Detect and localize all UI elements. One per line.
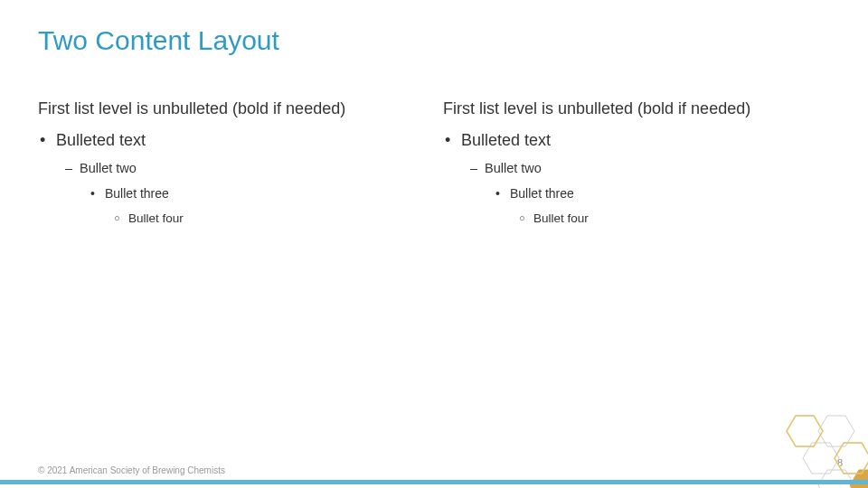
slide: Two Content Layout First list level is u… [0,0,868,488]
page-number: 8 [837,457,843,468]
svg-marker-1 [818,416,854,446]
hexagon-decoration [741,398,868,488]
bullet-level-3: Bullet three [495,186,830,201]
copyright-org: American Society of Brewing Chemists [70,465,225,475]
svg-marker-5 [850,470,868,488]
svg-marker-4 [818,470,854,488]
content-columns: First list level is unbulleted (bold if … [38,99,830,236]
slide-title: Two Content Layout [38,25,279,56]
copyright-year: © 2021 [38,465,67,475]
bullet-level-4: Bullet four [519,211,830,225]
bullet-level-1: Bulleted text [445,131,830,150]
accent-bar [0,480,868,484]
bullet-level-1: Bulleted text [40,131,425,150]
bullet-level-2: Bullet two [470,161,830,175]
bullet-level-0: First list level is unbulleted (bold if … [443,99,830,118]
svg-marker-6 [787,416,823,446]
left-column: First list level is unbulleted (bold if … [38,99,425,236]
bullet-level-4: Bullet four [114,211,425,225]
bullet-level-2: Bullet two [65,161,425,175]
bullet-level-0: First list level is unbulleted (bold if … [38,99,425,118]
footer: © 2021 American Society of Brewing Chemi… [38,465,225,475]
bullet-level-3: Bullet three [90,186,425,201]
right-column: First list level is unbulleted (bold if … [443,99,830,236]
svg-marker-0 [787,416,823,446]
svg-marker-2 [803,443,839,474]
